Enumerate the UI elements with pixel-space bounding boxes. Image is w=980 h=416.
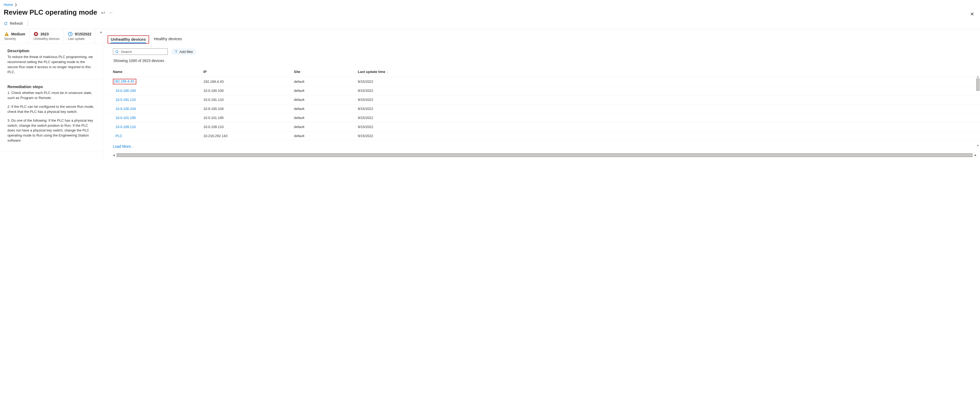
command-bar: Refresh [0, 20, 980, 29]
cell-site: default [294, 125, 358, 129]
remediation-section: Remediation steps 1. Check whether each … [0, 79, 102, 152]
remediation-step-2: 2. If the PLC can be configured to the s… [8, 104, 95, 114]
grid-header: Name IP Site Last update time↓ [108, 67, 980, 77]
svg-rect-1 [6, 35, 7, 35]
load-more[interactable]: Load More... [108, 141, 980, 151]
right-panel: Unhealthy devices Healthy devices Search… [103, 29, 980, 160]
result-count: Showing 1000 of 2623 devices [108, 55, 980, 63]
clock-icon [68, 32, 73, 37]
stat-severity: Medium Severity [0, 29, 29, 43]
device-name-link[interactable]: PLC [113, 134, 122, 138]
cell-ip: 10.0.101.195 [204, 116, 294, 120]
table-row[interactable]: 10.9.100.10410.9.100.104default9/15/2022 [108, 104, 980, 113]
search-icon [115, 50, 119, 54]
scroll-right-icon[interactable]: ▶ [974, 154, 977, 157]
table-row[interactable]: 10.0.100.10010.0.100.100default9/15/2022 [108, 86, 980, 95]
search-input[interactable]: Search [113, 48, 168, 55]
table-row[interactable]: PLC10.216.292.143default9/15/2022 [108, 132, 980, 141]
search-placeholder: Search [121, 50, 132, 54]
device-name-link[interactable]: 10.0.191.110 [113, 98, 136, 102]
refresh-button[interactable]: Refresh [4, 21, 23, 25]
col-name[interactable]: Name [113, 70, 204, 74]
refresh-icon [4, 22, 8, 25]
stat-lastupdate: 9/15/2022 Last update [64, 29, 95, 43]
expand-panel-icon[interactable]: » [100, 30, 102, 34]
vertical-scrollbar[interactable]: ▲ ▼ [976, 75, 980, 148]
cell-ip: 10.9.100.104 [204, 107, 294, 111]
device-name-link[interactable]: 10.9.100.104 [113, 107, 136, 111]
pin-icon[interactable] [101, 10, 105, 14]
severity-label: Severity [4, 37, 25, 41]
col-last[interactable]: Last update time↓ [358, 70, 972, 74]
more-icon[interactable]: ⋯ [109, 10, 113, 15]
cell-site: default [294, 107, 358, 111]
chevron-right-icon: ❯ [14, 3, 17, 6]
tabs: Unhealthy devices Healthy devices [108, 32, 980, 43]
cell-ip: 10.0.191.110 [204, 98, 294, 102]
cell-site: default [294, 79, 358, 84]
refresh-label: Refresh [10, 21, 23, 25]
cell-site: default [294, 89, 358, 93]
table-row[interactable]: 192.168.4.43192.168.4.43default9/15/2022 [108, 77, 980, 86]
title-bar: Review PLC operating mode ⋯ [0, 7, 980, 20]
tab-unhealthy-devices[interactable]: Unhealthy devices [111, 37, 146, 43]
error-icon [33, 32, 38, 37]
table-row[interactable]: 10.0.109.11010.0.109.110default9/15/2022 [108, 122, 980, 132]
device-grid: Name IP Site Last update time↓ 192.168.4… [108, 67, 980, 157]
filter-icon [175, 50, 178, 53]
svg-rect-0 [6, 33, 7, 35]
breadcrumb-home[interactable]: Home [4, 3, 13, 6]
cell-last: 9/15/2022 [358, 125, 972, 129]
load-more-link[interactable]: Load More... [113, 144, 134, 149]
cell-last: 9/15/2022 [358, 107, 972, 111]
stat-unhealthy: 2623 Unhealthy devices [29, 29, 64, 43]
description-heading: Description [8, 48, 95, 53]
description-body: To reduce the threat of malicious PLC pr… [8, 54, 95, 75]
filter-bar: Search Add filter [108, 43, 980, 55]
remediation-step-1: 1. Check whether each PLC must be in uns… [8, 91, 95, 101]
stats-row: Medium Severity 2623 Unhealthy devices [0, 29, 102, 44]
scroll-left-icon[interactable]: ◀ [112, 154, 116, 157]
cell-last: 9/15/2022 [358, 116, 972, 120]
cell-last: 9/15/2022 [358, 89, 972, 93]
col-ip[interactable]: IP [204, 70, 294, 74]
cell-ip: 10.0.109.110 [204, 125, 294, 129]
svg-point-4 [116, 50, 118, 52]
remediation-step-3: 3. Do one of the following: If the PLC h… [8, 118, 95, 143]
lastupdate-value: 9/15/2022 [75, 32, 91, 36]
scroll-down-icon[interactable]: ▼ [977, 144, 979, 148]
table-row[interactable]: 10.0.191.11010.0.191.110default9/15/2022 [108, 95, 980, 104]
device-name-link[interactable]: 10.0.109.110 [113, 125, 136, 129]
unhealthy-label: Unhealthy devices [33, 37, 60, 41]
device-name-link[interactable]: 10.0.101.195 [113, 116, 136, 120]
cell-ip: 10.0.100.100 [204, 89, 294, 93]
description-section: Description To reduce the threat of mali… [0, 44, 102, 79]
cell-last: 9/15/2022 [358, 98, 972, 102]
cell-site: default [294, 98, 358, 102]
breadcrumb: Home ❯ [0, 0, 980, 7]
col-site[interactable]: Site [294, 70, 358, 74]
cell-site: default [294, 134, 358, 138]
device-name-link[interactable]: 10.0.100.100 [113, 89, 136, 93]
warning-icon [4, 32, 9, 37]
cell-site: default [294, 116, 358, 120]
tab-healthy-devices[interactable]: Healthy devices [154, 37, 182, 43]
add-filter-label: Add filter [180, 50, 193, 54]
table-row[interactable]: 10.0.101.19510.0.101.195default9/15/2022 [108, 113, 980, 122]
cell-last: 9/15/2022 [358, 79, 972, 84]
unhealthy-value: 2623 [40, 32, 49, 36]
cell-ip: 192.168.4.43 [204, 79, 294, 84]
cell-last: 9/15/2022 [358, 134, 972, 138]
remediation-heading: Remediation steps [8, 84, 95, 89]
left-panel: Medium Severity 2623 Unhealthy devices [0, 29, 103, 160]
lastupdate-label: Last update [68, 37, 91, 41]
close-icon[interactable]: ✕ [970, 11, 974, 17]
severity-value: Medium [11, 32, 25, 36]
page-title: Review PLC operating mode [4, 8, 97, 16]
device-name-link[interactable]: 192.168.4.43 [114, 79, 134, 83]
scroll-up-icon[interactable]: ▲ [977, 75, 979, 78]
sort-desc-icon: ↓ [387, 70, 388, 73]
add-filter-button[interactable]: Add filter [172, 48, 196, 55]
cell-ip: 10.216.292.143 [204, 134, 294, 138]
horizontal-scrollbar[interactable]: ◀ ▶ [112, 153, 977, 157]
